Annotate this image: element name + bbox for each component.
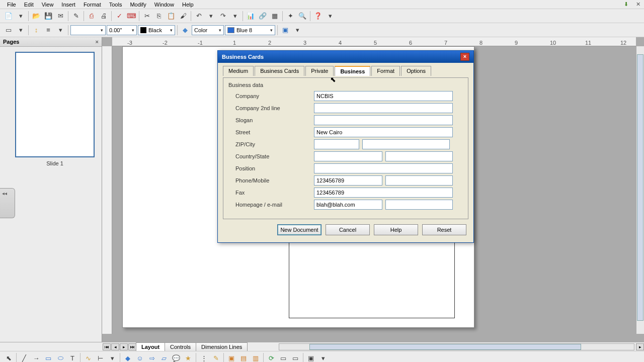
toolbar-overflow-icon[interactable]: ▾ (325, 11, 336, 22)
undo-drop-icon[interactable]: ▾ (205, 11, 216, 22)
line-style-icon[interactable]: ≡ (43, 25, 54, 36)
from-file-icon[interactable]: ▤ (238, 352, 249, 362)
first-tab-icon[interactable]: ⏮ (103, 343, 111, 350)
save-icon[interactable]: 💾 (43, 11, 54, 22)
extrusion-icon[interactable]: ▣ (305, 352, 316, 362)
email-field[interactable] (385, 200, 453, 210)
state-field[interactable] (385, 151, 453, 161)
zip-field[interactable] (314, 139, 359, 149)
align-icon[interactable]: ▭ (278, 352, 289, 362)
menu-modify[interactable]: Modify (126, 1, 150, 9)
arrow-icon[interactable]: → (31, 352, 42, 362)
street-field[interactable] (314, 127, 453, 137)
new-icon[interactable]: 📄 (3, 11, 14, 22)
shadow-icon[interactable]: ▣ (280, 25, 291, 36)
dropdown-icon[interactable]: ▾ (15, 11, 26, 22)
paste-icon[interactable]: 📋 (166, 11, 177, 22)
basic-shapes-icon[interactable]: ◆ (122, 352, 133, 362)
position-field[interactable] (314, 163, 453, 173)
lines-drop-icon[interactable]: ▾ (107, 352, 118, 362)
phone-field[interactable] (314, 175, 382, 186)
ellipse-icon[interactable]: ⬭ (55, 352, 66, 362)
select-icon[interactable]: ⬉ (3, 352, 14, 362)
line-drop-icon[interactable]: ▾ (55, 25, 66, 36)
company2-field[interactable] (314, 103, 453, 113)
new-document-button[interactable]: New Document (277, 224, 321, 235)
pdf-icon[interactable]: ⎙ (86, 11, 97, 22)
help-icon[interactable]: ❓ (312, 11, 324, 22)
arrow-style-icon[interactable]: ↕ (31, 25, 42, 36)
menu-format[interactable]: Format (79, 1, 105, 9)
print-icon[interactable]: 🖨 (98, 11, 109, 22)
redo-drop-icon[interactable]: ▾ (229, 11, 240, 22)
symbol-shapes-icon[interactable]: ☺ (134, 352, 145, 362)
rectangle-icon[interactable]: ▭ (43, 352, 54, 362)
fontwork-icon[interactable]: ▣ (226, 352, 237, 362)
company-field[interactable] (314, 91, 453, 101)
arrange-icon[interactable]: ▭ (290, 352, 301, 362)
last-tab-icon[interactable]: ⏭ (128, 343, 136, 350)
dialog-close-icon[interactable]: × (460, 53, 469, 61)
rotate-icon[interactable]: ⟳ (266, 352, 277, 362)
cancel-button[interactable]: Cancel (326, 224, 370, 235)
points-icon[interactable]: ⋮ (198, 352, 209, 362)
edit-icon[interactable]: ✎ (70, 11, 82, 22)
hyperlink-icon[interactable]: 🔗 (257, 11, 268, 22)
slogan-field[interactable] (314, 115, 453, 125)
next-tab-icon[interactable]: ▸ (120, 343, 128, 350)
pages-panel-close-icon[interactable]: × (96, 39, 99, 45)
hscroll-right-icon[interactable]: ▸ (636, 343, 644, 350)
toolbar2-overflow-icon[interactable]: ▾ (292, 25, 303, 36)
update-icon[interactable]: ⬇ (622, 0, 630, 8)
autospell-icon[interactable]: ⌨ (126, 11, 137, 22)
menu-file[interactable]: File (3, 1, 20, 9)
vertical-scrollbar[interactable] (636, 46, 644, 334)
fill-color-combo[interactable]: Blue 8▾ (225, 25, 275, 35)
copy-icon[interactable]: ⎘ (153, 11, 165, 22)
menu-edit[interactable]: Edit (20, 1, 38, 9)
fill-type-combo[interactable]: Color▾ (192, 25, 224, 35)
navigator-icon[interactable]: ✦ (285, 11, 296, 22)
format-paint-icon[interactable]: 🖌 (178, 11, 189, 22)
menu-window[interactable]: Window (150, 1, 178, 9)
tab-medium[interactable]: Medium (223, 66, 254, 76)
page-icon[interactable]: ▭ (3, 25, 14, 36)
line-color-combo[interactable]: Black▾ (138, 25, 175, 35)
gallery-icon[interactable]: ▥ (250, 352, 261, 362)
help-button[interactable]: Help (374, 224, 418, 235)
tab-layout[interactable]: Layout (136, 342, 165, 351)
close-icon[interactable]: ✕ (634, 0, 642, 8)
line-width-combo[interactable]: 0.00"▾ (107, 25, 137, 35)
table-icon[interactable]: ▦ (269, 11, 280, 22)
chart-icon[interactable]: 📊 (245, 11, 256, 22)
open-icon[interactable]: 📂 (31, 11, 42, 22)
line-style-combo[interactable]: ▾ (70, 25, 106, 35)
sidebar-collapse-tab[interactable]: ◂◂ (0, 188, 15, 218)
dialog-titlebar[interactable]: Business Cards × (218, 51, 473, 63)
prev-tab-icon[interactable]: ◂ (111, 343, 119, 350)
callout-icon[interactable]: 💬 (171, 352, 182, 362)
redo-icon[interactable]: ↷ (217, 11, 228, 22)
slide-thumbnail[interactable] (15, 52, 95, 157)
fax-field[interactable] (314, 188, 453, 198)
flowchart-icon[interactable]: ▱ (158, 352, 170, 362)
connector-icon[interactable]: ⊢ (95, 352, 106, 362)
tab-dimension[interactable]: Dimension Lines (196, 342, 248, 351)
menu-insert[interactable]: Insert (57, 1, 79, 9)
tab-options[interactable]: Options (401, 66, 431, 76)
area-icon[interactable]: ◆ (180, 25, 191, 36)
menu-tools[interactable]: Tools (105, 1, 126, 9)
cut-icon[interactable]: ✂ (141, 11, 152, 22)
stars-icon[interactable]: ★ (183, 352, 194, 362)
glue-icon[interactable]: ✎ (210, 352, 221, 362)
tab-format[interactable]: Format (371, 66, 400, 76)
drawbar-overflow-icon[interactable]: ▾ (317, 352, 329, 362)
curve-icon[interactable]: ∿ (83, 352, 94, 362)
city-field[interactable] (362, 139, 450, 149)
country-field[interactable] (314, 151, 382, 161)
horizontal-scrollbar[interactable] (279, 343, 634, 350)
homepage-field[interactable] (314, 200, 382, 210)
zoom-icon[interactable]: 🔍 (297, 11, 308, 22)
menu-help[interactable]: Help (178, 1, 198, 9)
mobile-field[interactable] (385, 175, 453, 186)
